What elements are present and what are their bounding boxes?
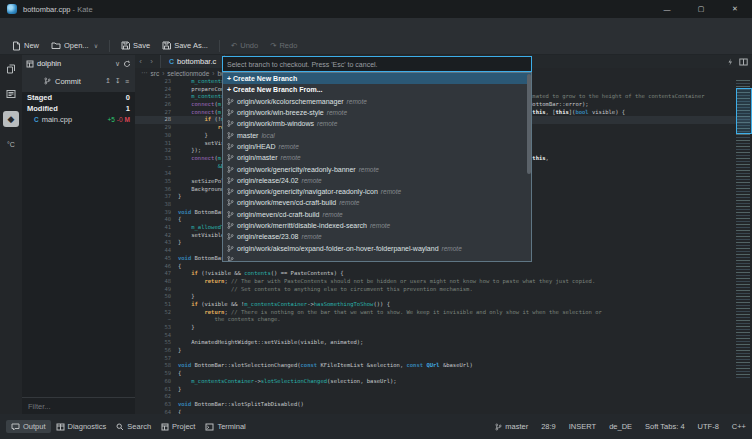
menu-item[interactable]	[32, 18, 46, 37]
project-panel-button[interactable]: Project	[156, 420, 200, 433]
branch-list-item[interactable]: + Create New Branch	[223, 73, 531, 84]
tab-bottombar[interactable]: C bottombar.c	[160, 55, 225, 68]
search-panel-button[interactable]: Search	[111, 420, 156, 433]
save-as-button[interactable]: Save As...	[156, 39, 214, 53]
close-button[interactable]: ✕	[718, 0, 752, 18]
commit-button[interactable]: Commit	[55, 77, 81, 86]
syntax-highlight[interactable]: C++	[732, 422, 746, 431]
minimap-viewport[interactable]	[736, 88, 752, 134]
output-toolview-button[interactable]	[3, 86, 19, 102]
modified-group-row[interactable]: Modified 1	[22, 103, 135, 114]
menu-item[interactable]	[102, 18, 116, 37]
branch-list-item[interactable]: master local	[223, 129, 531, 140]
breadcrumb-item: src	[151, 70, 160, 77]
git-menu-icon[interactable]: ≡	[125, 78, 129, 85]
branch-list-item[interactable]: origin/meven/cd-craft-build remote	[223, 209, 531, 220]
menu-item[interactable]	[60, 18, 74, 37]
branch-list-item[interactable]: origin/release/24.02 remote	[223, 175, 531, 186]
line-number: 43	[135, 239, 178, 247]
menu-item[interactable]	[88, 18, 102, 37]
menu-item[interactable]	[144, 18, 158, 37]
branch-icon	[227, 211, 234, 218]
menu-item[interactable]	[116, 18, 130, 37]
open-chevron-icon[interactable]: ∨	[94, 42, 98, 49]
symbols-icon: °C	[7, 141, 15, 148]
project-selector[interactable]: dolphin	[37, 59, 61, 68]
branch-list-item[interactable]: origin/HEAD remote	[223, 141, 531, 152]
tool-bar: New Open...∨ Save Save As... ↶ Undo ↷ Re…	[0, 37, 752, 55]
branch-list-item[interactable]: + Create New Branch From...	[223, 84, 531, 95]
code-line: 49 // Set contents to anything else to c…	[135, 286, 752, 294]
branch-icon	[227, 132, 234, 139]
toolview-strip: ◆ °C	[0, 55, 22, 414]
menu-bar	[0, 18, 752, 37]
input-mode[interactable]: INSERT	[569, 422, 596, 431]
code-line: 51 if (visible && !m_contentsContainer->…	[135, 301, 752, 309]
popup-scrollbar-thumb[interactable]	[527, 74, 531, 174]
dictionary[interactable]: de_DE	[609, 422, 632, 431]
minimize-button[interactable]: —	[650, 0, 684, 18]
maximize-button[interactable]: ▢	[684, 0, 718, 18]
branch-icon	[227, 177, 234, 184]
undo-button[interactable]: ↶ Undo	[225, 39, 264, 53]
filter-input[interactable]: Filter...	[22, 397, 135, 414]
pull-icon[interactable]: ↧	[115, 77, 121, 85]
statusbar-branch[interactable]: master	[495, 422, 528, 431]
symbols-toolview-button[interactable]: °C	[3, 136, 19, 152]
branch-list-item[interactable]: origin/work/merritt/disable-indexed-sear…	[223, 220, 531, 231]
branch-list-item[interactable]: origin/release/23.08 remote	[223, 231, 531, 242]
code-line: 57	[135, 355, 752, 363]
split-view-icon[interactable]	[739, 58, 748, 66]
documents-toolview-button[interactable]	[3, 61, 19, 77]
indent-mode[interactable]: Soft Tabs: 4	[645, 422, 684, 431]
back-arrow[interactable]: ‹	[135, 57, 146, 66]
project-chevron-icon[interactable]: ∨	[115, 60, 120, 68]
code-line: 55 AnimatedHeightWidget::setVisible(visi…	[135, 339, 752, 347]
menu-item[interactable]	[4, 18, 18, 37]
open-button[interactable]: Open...∨	[45, 39, 104, 53]
line-number: 41	[135, 224, 178, 232]
push-icon[interactable]: ↥	[105, 77, 111, 85]
menu-item[interactable]	[18, 18, 32, 37]
documents-icon	[6, 64, 16, 74]
branch-label: origin/work/meven/cd-craft-build	[237, 199, 336, 206]
branch-list-item[interactable]: origin/work/win-breeze-style remote	[223, 107, 531, 118]
branch-list-item[interactable]: origin/work/rmb-windows remote	[223, 118, 531, 129]
branch-list-item[interactable]: origin/work/meven/cd-craft-build remote	[223, 197, 531, 208]
menu-item[interactable]	[130, 18, 144, 37]
terminal-panel-button[interactable]: Terminal	[200, 420, 250, 433]
branch-scope: remote	[347, 98, 367, 105]
branch-list-item[interactable]	[223, 254, 531, 262]
line-number: 31	[135, 140, 178, 148]
branch-icon	[227, 98, 234, 105]
save-button[interactable]: Save	[115, 39, 156, 53]
branch-list-item[interactable]: origin/work/genericity/navigator-readonl…	[223, 186, 531, 197]
save-as-icon	[162, 41, 171, 50]
line-number: ~	[135, 316, 178, 324]
branch-list-item[interactable]: origin/work/genericity/readonly-banner r…	[223, 163, 531, 174]
git-toolview-button[interactable]: ◆	[3, 111, 19, 127]
menu-item[interactable]	[46, 18, 60, 37]
modified-file-row[interactable]: C main.cpp +5 -0 M	[22, 114, 135, 125]
refresh-icon[interactable]	[123, 60, 131, 68]
diagnostics-panel-button[interactable]: Diagnostics	[51, 420, 112, 433]
output-panel-button[interactable]: Output	[6, 420, 51, 433]
redo-button[interactable]: ↷ Redo	[264, 39, 303, 53]
cursor-position[interactable]: 28:9	[541, 422, 556, 431]
branch-list-item[interactable]: origin/master remote	[223, 152, 531, 163]
staged-group-row[interactable]: Staged 0	[22, 92, 135, 103]
branch-label: origin/work/kcolorschememanager	[237, 98, 344, 105]
branch-list: + Create New Branch + Create New Branch …	[222, 72, 532, 262]
code-line: 63void BottomBar::slotSplitTabDisabled()	[135, 401, 752, 409]
menu-item[interactable]	[74, 18, 88, 37]
quick-open-icon[interactable]	[727, 58, 733, 66]
forward-arrow[interactable]: ›	[146, 57, 157, 66]
branch-filter-input[interactable]: Select branch to checkout. Press 'Esc' t…	[222, 56, 532, 72]
branch-icon	[227, 143, 234, 150]
code-line: ~ the contents change.	[135, 316, 752, 324]
new-button[interactable]: New	[6, 39, 45, 53]
encoding[interactable]: UTF-8	[698, 422, 719, 431]
line-number: 47	[135, 270, 178, 278]
branch-list-item[interactable]: origin/work/akselmo/expand-folder-on-hov…	[223, 242, 531, 253]
branch-list-item[interactable]: origin/work/kcolorschememanager remote	[223, 96, 531, 107]
